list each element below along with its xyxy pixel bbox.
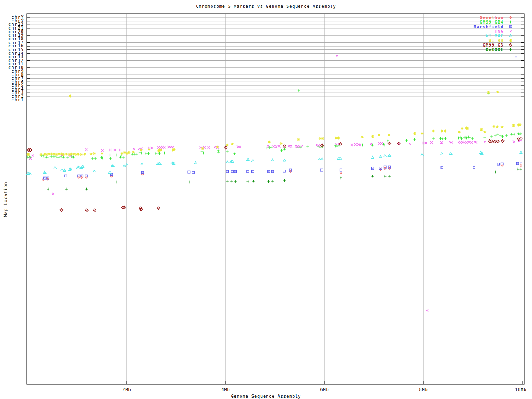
data-point xyxy=(42,178,44,180)
data-point xyxy=(301,145,304,147)
chart-canvas: Chromosome 5 Markers vs Genome Sequence … xyxy=(0,0,532,399)
data-point xyxy=(466,141,468,144)
legend-marker-square-icon xyxy=(510,25,512,28)
data-point xyxy=(81,165,84,168)
data-point xyxy=(110,175,112,177)
data-point xyxy=(188,181,191,183)
data-point xyxy=(283,170,286,172)
data-point xyxy=(280,142,283,145)
data-point xyxy=(361,136,364,139)
data-point xyxy=(151,147,153,149)
data-point xyxy=(246,158,249,161)
data-point xyxy=(444,130,447,133)
data-point xyxy=(430,141,433,144)
data-point xyxy=(94,157,97,160)
data-point xyxy=(441,138,443,140)
data-point xyxy=(501,135,504,138)
data-point xyxy=(101,149,104,152)
data-point xyxy=(271,180,274,182)
data-point xyxy=(469,136,471,139)
data-point xyxy=(397,142,400,145)
data-point xyxy=(173,148,176,151)
data-point xyxy=(378,142,381,145)
data-point xyxy=(496,91,499,94)
data-point xyxy=(101,152,103,155)
data-point xyxy=(69,95,72,98)
series-genethon xyxy=(42,164,522,180)
data-point xyxy=(493,125,495,128)
data-point xyxy=(517,133,520,135)
data-point xyxy=(425,142,427,144)
data-point xyxy=(470,141,473,144)
data-point xyxy=(148,147,151,149)
legend-label: Marshfield xyxy=(474,25,504,29)
data-point xyxy=(497,163,500,165)
data-point xyxy=(61,169,64,171)
data-point xyxy=(226,170,229,173)
data-point xyxy=(63,169,66,172)
data-point xyxy=(140,152,143,154)
data-point xyxy=(226,161,229,163)
data-point xyxy=(471,137,474,140)
data-point xyxy=(388,154,391,157)
legend-item-wi-yac: WI YAC xyxy=(486,34,512,38)
data-point xyxy=(517,168,519,170)
data-point xyxy=(499,135,501,137)
data-point xyxy=(273,145,275,148)
data-point xyxy=(466,127,469,130)
data-point xyxy=(93,157,95,159)
data-point xyxy=(160,149,163,152)
data-point xyxy=(246,180,249,183)
legend-label: WI RH xyxy=(489,38,504,43)
data-point xyxy=(47,188,49,190)
data-point xyxy=(270,146,272,148)
data-point xyxy=(371,135,374,138)
grid-layer xyxy=(27,14,524,384)
data-point xyxy=(318,158,321,160)
data-point xyxy=(72,153,75,156)
data-point xyxy=(271,159,274,161)
data-point xyxy=(60,208,63,211)
legend-label: DeCODE xyxy=(486,47,504,52)
data-point xyxy=(384,155,387,157)
data-point xyxy=(147,152,150,155)
data-point xyxy=(483,136,486,139)
legend-marker-star-icon xyxy=(509,39,512,42)
data-point xyxy=(157,207,160,209)
series-wi-yac xyxy=(27,151,522,175)
data-point xyxy=(289,170,291,172)
data-point xyxy=(380,142,383,145)
data-point xyxy=(239,145,241,148)
data-point xyxy=(109,157,112,160)
data-point xyxy=(384,175,386,177)
data-point xyxy=(226,150,228,153)
data-point xyxy=(85,176,87,178)
data-point xyxy=(490,135,493,138)
data-point xyxy=(283,160,286,162)
data-point xyxy=(354,143,357,146)
data-point xyxy=(44,177,46,179)
data-point xyxy=(52,192,54,195)
x-tick-label-4mb: 4Mb xyxy=(221,387,230,392)
data-point xyxy=(496,126,499,128)
data-point xyxy=(93,170,96,172)
data-point xyxy=(133,148,135,150)
data-point xyxy=(513,140,515,143)
data-point xyxy=(495,171,497,173)
data-point xyxy=(458,141,460,143)
data-point xyxy=(85,209,88,212)
data-point xyxy=(275,145,278,148)
data-point xyxy=(413,138,416,141)
data-point xyxy=(231,170,234,173)
data-point xyxy=(516,162,519,165)
data-point xyxy=(127,151,130,154)
data-point xyxy=(460,141,462,144)
data-point xyxy=(465,136,467,139)
data-point xyxy=(90,153,93,155)
data-point xyxy=(321,158,324,160)
legend-item-gm99-gb4: GM99 GB4 xyxy=(480,20,512,25)
data-point xyxy=(468,141,470,143)
data-point xyxy=(93,209,96,212)
data-point xyxy=(426,309,429,312)
legend-marker-plus-icon xyxy=(509,48,512,51)
